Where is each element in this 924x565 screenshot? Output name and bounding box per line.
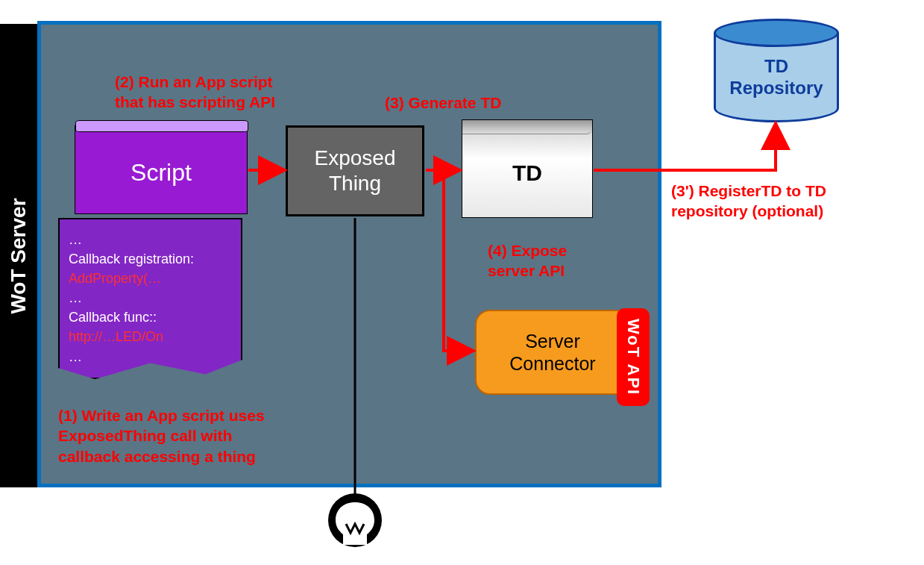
exposed-thing-box: Exposed Thing bbox=[286, 125, 424, 216]
td-box: TD bbox=[462, 119, 593, 218]
step-3prime-annotation: (3') RegisterTD to TD repository (option… bbox=[671, 181, 826, 222]
server-connector-line-1: Server bbox=[525, 331, 580, 352]
script-box-label: Script bbox=[75, 159, 247, 187]
wot-server-diagram: WoT Server (2) Run an App script that ha… bbox=[0, 0, 924, 565]
code-line-1: … bbox=[69, 230, 232, 249]
wot-api-label: WoT API bbox=[623, 319, 643, 396]
step-4-annotation: (4) Expose server API bbox=[488, 240, 567, 281]
server-connector-box: Server Connector bbox=[475, 310, 630, 395]
exposed-thing-line-2: Thing bbox=[329, 172, 381, 195]
code-line-5: Callback func:: bbox=[69, 308, 232, 327]
code-line-3: AddProperty(… bbox=[69, 269, 232, 288]
script-box: Script bbox=[75, 125, 248, 214]
code-line-6: http://…LED/On bbox=[69, 327, 232, 346]
wot-api-tab: WoT API bbox=[617, 308, 650, 406]
script-code-box: … Callback registration: AddProperty(… …… bbox=[58, 218, 242, 379]
step-1-annotation: (1) Write an App script uses ExposedThin… bbox=[58, 405, 289, 466]
server-connector-line-2: Connector bbox=[509, 353, 595, 374]
svg-rect-1 bbox=[343, 540, 367, 545]
step-2-annotation: (2) Run an App script that has scripting… bbox=[115, 72, 275, 113]
wot-server-label-container: WoT Server bbox=[0, 24, 37, 487]
svg-rect-2 bbox=[345, 547, 365, 551]
lightbulb-icon bbox=[328, 493, 382, 556]
svg-rect-3 bbox=[348, 552, 362, 556]
wot-server-label: WoT Server bbox=[7, 198, 31, 313]
step-3-annotation: (3) Generate TD bbox=[385, 93, 501, 113]
td-label: TD bbox=[462, 160, 592, 186]
td-repository-cylinder: TD Repository bbox=[714, 19, 839, 123]
td-repo-line-2: Repository bbox=[729, 78, 823, 98]
exposed-thing-line-1: Exposed bbox=[315, 146, 396, 169]
code-line-2: Callback registration: bbox=[69, 249, 232, 269]
svg-point-0 bbox=[328, 493, 382, 547]
td-repo-line-1: TD bbox=[764, 56, 788, 76]
code-line-4: … bbox=[69, 288, 232, 308]
